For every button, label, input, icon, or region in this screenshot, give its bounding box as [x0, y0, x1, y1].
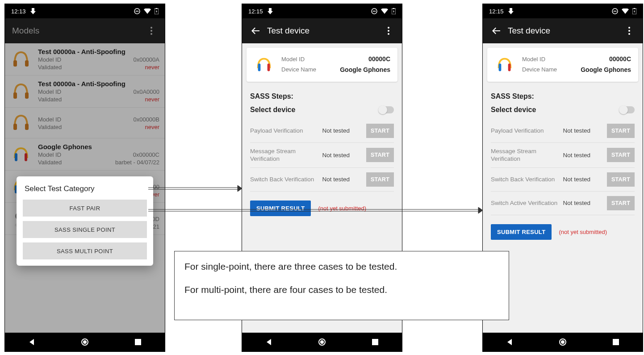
battery-icon: [155, 8, 159, 14]
start-button[interactable]: START: [366, 124, 394, 138]
notification-icon: [30, 8, 36, 14]
svg-point-39: [561, 340, 565, 344]
test-status: Not tested: [563, 176, 602, 183]
phone-models: 12:13 Models Test 00000a - Anti-S: [4, 4, 165, 352]
appbar: Models: [5, 18, 165, 43]
test-row: Switch Back Verification Not tested STAR…: [250, 168, 394, 192]
back-arrow-icon[interactable]: [247, 26, 264, 36]
navbar: [483, 333, 643, 351]
start-button[interactable]: START: [366, 172, 394, 187]
svg-rect-32: [614, 11, 617, 12]
svg-rect-20: [135, 339, 141, 345]
test-row: Message Stream Verification Not tested S…: [250, 143, 394, 168]
test-row: Switch Active Verification Not tested ST…: [491, 192, 635, 215]
submit-note: (not yet submitted): [318, 205, 366, 212]
svg-rect-30: [372, 339, 378, 345]
sass-single-point-button[interactable]: SASS SINGLE POINT: [23, 221, 147, 238]
nav-back-icon[interactable]: [26, 336, 38, 348]
svg-point-27: [388, 33, 389, 35]
select-device-label: Select device: [491, 106, 536, 114]
test-status: Not tested: [322, 152, 362, 159]
test-status: Not tested: [322, 127, 362, 134]
nav-home-icon[interactable]: [316, 336, 328, 348]
dialog-title: Select Test Category: [23, 184, 147, 193]
svg-rect-24: [393, 8, 394, 9]
start-button[interactable]: START: [607, 124, 635, 138]
svg-point-26: [388, 30, 389, 32]
nav-recent-icon[interactable]: [132, 336, 144, 348]
test-name: Switch Active Verification: [491, 199, 559, 207]
overflow-menu-icon[interactable]: [142, 27, 160, 35]
sass-steps-heading: SASS Steps:: [491, 92, 635, 100]
svg-point-19: [83, 340, 87, 344]
back-arrow-icon[interactable]: [487, 26, 505, 36]
test-name: Payload Verification: [250, 127, 318, 135]
test-name: Message Stream Verification: [491, 147, 559, 163]
svg-rect-40: [613, 339, 619, 345]
svg-point-36: [628, 30, 630, 32]
svg-point-4: [151, 27, 152, 29]
device-name-value: Google Gphones: [581, 65, 631, 75]
device-card: Model ID Device Name 00000C Google Gphon…: [247, 48, 397, 82]
overflow-menu-icon[interactable]: [380, 27, 397, 35]
select-test-category-dialog: Select Test Category FAST PAIR SASS SING…: [17, 176, 153, 266]
svg-rect-1: [136, 11, 139, 12]
statusbar: 12:15: [483, 4, 643, 18]
page-title: Test device: [505, 26, 620, 36]
test-status: Not tested: [563, 127, 602, 134]
test-row: Message Stream Verification Not tested S…: [491, 143, 635, 168]
clock: 12:15: [489, 8, 504, 15]
wifi-icon: [622, 8, 629, 14]
wifi-icon: [381, 8, 388, 14]
submit-note: (not yet submitted): [559, 229, 607, 235]
submit-result-button[interactable]: SUBMIT RESULT: [250, 200, 311, 216]
start-button[interactable]: START: [607, 196, 635, 210]
svg-point-6: [151, 33, 152, 35]
test-name: Switch Back Verification: [250, 175, 318, 184]
test-status: Not tested: [322, 176, 362, 183]
test-name: Message Stream Verification: [250, 147, 318, 163]
nav-recent-icon[interactable]: [610, 336, 622, 348]
select-device-label: Select device: [250, 106, 295, 114]
page-title: Test device: [264, 26, 380, 36]
nav-back-icon[interactable]: [263, 336, 275, 348]
select-device-toggle[interactable]: [619, 106, 635, 113]
model-id-label: Model ID: [281, 54, 340, 64]
device-name-label: Device Name: [281, 64, 340, 75]
battery-icon: [392, 8, 396, 14]
appbar: Test device: [483, 18, 643, 43]
device-name-value: Google Gphones: [340, 65, 390, 75]
test-row: Payload Verification Not tested START: [250, 119, 394, 143]
start-button[interactable]: START: [607, 148, 635, 162]
test-name: Payload Verification: [491, 127, 559, 135]
battery-icon: [632, 8, 636, 14]
navbar: [242, 333, 402, 351]
fast-pair-button[interactable]: FAST PAIR: [23, 200, 147, 217]
svg-rect-3: [156, 8, 157, 9]
device-name-label: Device Name: [522, 64, 581, 75]
sass-steps-heading: SASS Steps:: [250, 92, 394, 100]
test-status: Not tested: [563, 200, 602, 206]
svg-point-35: [628, 27, 630, 29]
notification-icon: [268, 8, 273, 14]
svg-rect-22: [373, 11, 376, 12]
nav-home-icon[interactable]: [557, 336, 569, 348]
statusbar: 12:13: [5, 4, 165, 18]
start-button[interactable]: START: [607, 172, 635, 187]
explainer-line-2: For multi-point, there are four cases to…: [184, 283, 499, 297]
start-button[interactable]: START: [366, 148, 394, 162]
svg-point-37: [628, 33, 630, 35]
nav-back-icon[interactable]: [504, 336, 515, 348]
submit-result-button[interactable]: SUBMIT RESULT: [491, 224, 552, 240]
sass-multi-point-button[interactable]: SASS MULTI POINT: [23, 242, 147, 259]
nav-home-icon[interactable]: [79, 336, 91, 348]
test-status: Not tested: [563, 152, 602, 159]
notification-icon: [508, 8, 514, 14]
select-device-toggle[interactable]: [379, 106, 394, 113]
nav-recent-icon[interactable]: [369, 336, 381, 348]
overflow-menu-icon[interactable]: [620, 27, 638, 35]
explainer-box: For single-point, there are three cases …: [174, 251, 509, 320]
models-content: Test 00000a - Anti-Spoofing Model ID0x00…: [5, 43, 165, 333]
headphones-icon: [494, 54, 515, 75]
test-name: Switch Back Verification: [491, 175, 559, 184]
